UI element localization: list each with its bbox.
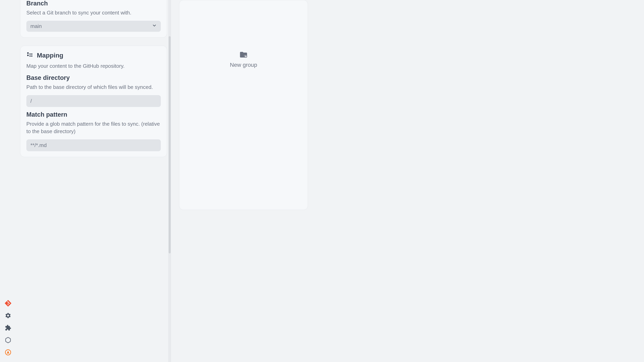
settings-panel: Branch Select a Git branch to sync your … [16,0,171,362]
mapping-icon [26,51,33,59]
hexagon-icon[interactable] [4,337,12,344]
svg-rect-1 [27,52,28,54]
chevron-down-icon [152,23,157,29]
branch-selected-value: main [30,23,42,29]
base-directory-section: Base directory Path to the base director… [26,74,161,107]
svg-rect-3 [30,53,31,55]
svg-rect-5 [30,55,31,57]
git-icon[interactable] [4,300,12,307]
svg-rect-4 [31,53,32,55]
new-group-label: New group [230,62,257,68]
svg-rect-2 [27,55,28,56]
brand-circle-icon[interactable] [4,349,12,356]
base-directory-heading: Base directory [26,74,161,81]
gear-icon[interactable] [4,312,12,319]
folder-plus-icon [239,50,248,60]
svg-rect-6 [31,55,32,57]
puzzle-icon[interactable] [4,324,12,332]
branch-heading: Branch [26,0,161,7]
scrollbar-track[interactable] [168,0,171,362]
base-directory-input[interactable] [26,95,161,107]
new-group-card[interactable]: New group [179,0,308,210]
match-pattern-section: Match pattern Provide a glob match patte… [26,111,161,151]
mapping-card: Mapping Map your content to the GitHub r… [20,46,167,157]
mapping-title: Mapping [37,52,64,59]
match-pattern-heading: Match pattern [26,111,161,118]
mapping-description: Map your content to the GitHub repositor… [26,62,161,70]
scrollbar-thumb[interactable] [169,36,171,253]
match-pattern-description: Provide a glob match pattern for the fil… [26,120,161,135]
branch-description: Select a Git branch to sync your content… [26,9,161,16]
base-directory-description: Path to the base directory of which file… [26,83,161,91]
branch-select[interactable]: main [26,21,161,32]
match-pattern-input[interactable] [26,139,161,151]
mapping-header: Mapping [26,51,161,59]
main-content: Branch Select a Git branch to sync your … [0,0,644,362]
right-panel: New group [171,0,644,362]
branch-card: Branch Select a Git branch to sync your … [20,0,167,38]
sidebar-nav [0,300,16,362]
